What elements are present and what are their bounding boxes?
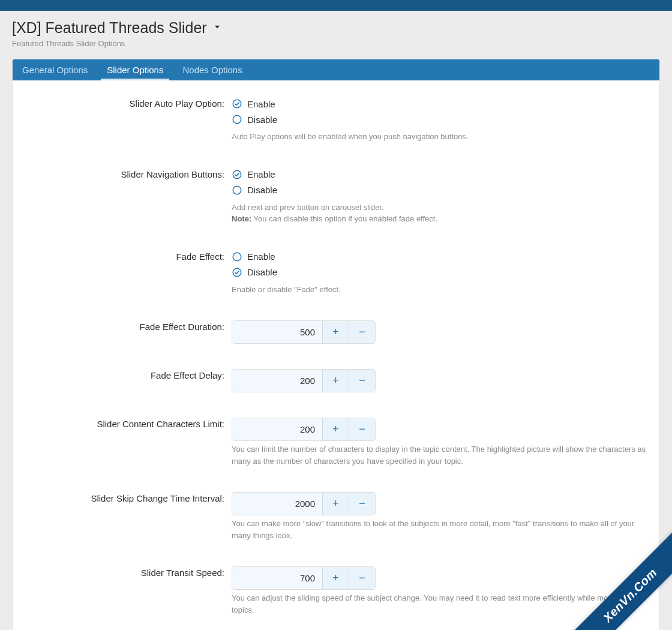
fade-duration-label: Fade Effect Duration: [13, 320, 232, 344]
tab-slider-options[interactable]: Slider Options [97, 59, 173, 80]
increment-button[interactable]: + [322, 321, 349, 343]
radio-unchecked-icon [232, 114, 242, 125]
radio-label: Disable [247, 115, 277, 125]
radio-label: Enable [247, 99, 275, 109]
chars-limit-input[interactable] [232, 418, 322, 440]
fade-duration-input[interactable] [232, 321, 322, 343]
fade-effect-label: Fade Effect: [13, 250, 232, 296]
change-interval-help: You can make more "slow" transitions to … [232, 518, 646, 541]
minus-icon: − [359, 497, 365, 510]
plus-icon: + [332, 326, 339, 338]
page-subtitle: Featured Threads Slider Options [12, 39, 660, 48]
radio-label: Disable [247, 267, 277, 277]
change-interval-input[interactable] [232, 493, 322, 515]
options-panel: Slider Auto Play Option: Enable Disable … [12, 80, 660, 630]
increment-button[interactable]: + [322, 493, 349, 515]
top-bar [0, 0, 672, 11]
radio-checked-icon [232, 98, 242, 109]
svg-point-4 [233, 253, 241, 261]
svg-point-1 [233, 115, 241, 124]
tab-nodes-options[interactable]: Nodes Options [173, 59, 251, 80]
nav-buttons-disable[interactable]: Disable [232, 184, 646, 199]
chars-limit-help: You can limit the number of characters t… [232, 443, 646, 467]
minus-icon: − [359, 374, 365, 387]
radio-label: Enable [247, 169, 275, 179]
fade-delay-input[interactable] [232, 370, 322, 392]
page-title: [XD] Featured Threads Slider [12, 19, 207, 37]
plus-icon: + [332, 423, 339, 436]
nav-buttons-help: Add next and prev button on carousel sli… [232, 202, 646, 225]
decrement-button[interactable]: − [349, 321, 375, 343]
radio-checked-icon [232, 169, 242, 180]
fade-effect-help: Enable or disable "Fade" effect. [232, 284, 646, 296]
decrement-button[interactable]: − [349, 567, 375, 589]
radio-unchecked-icon [232, 185, 242, 196]
auto-play-disable[interactable]: Disable [232, 113, 646, 128]
svg-point-3 [233, 186, 241, 194]
increment-button[interactable]: + [322, 567, 349, 589]
transit-speed-input[interactable] [232, 567, 322, 589]
decrement-button[interactable]: − [349, 418, 375, 440]
fade-effect-enable[interactable]: Enable [232, 250, 646, 266]
radio-label: Disable [247, 185, 277, 195]
tab-general-options[interactable]: General Options [13, 59, 97, 80]
auto-play-enable[interactable]: Enable [232, 97, 646, 113]
minus-icon: − [359, 326, 365, 338]
nav-buttons-label: Slider Navigation Buttons: [13, 168, 232, 225]
transit-speed-label: Slider Transit Speed: [13, 566, 232, 616]
auto-play-help: Auto Play options will be enabled when y… [232, 131, 646, 143]
radio-unchecked-icon [232, 251, 242, 262]
minus-icon: − [359, 572, 365, 584]
decrement-button[interactable]: − [349, 493, 375, 515]
decrement-button[interactable]: − [349, 370, 375, 392]
radio-checked-icon [232, 267, 242, 278]
plus-icon: + [332, 572, 339, 584]
fade-delay-label: Fade Effect Delay: [13, 369, 232, 392]
nav-buttons-enable[interactable]: Enable [232, 168, 646, 184]
increment-button[interactable]: + [322, 370, 349, 392]
fade-effect-disable[interactable]: Disable [232, 266, 646, 281]
increment-button[interactable]: + [322, 418, 349, 440]
transit-speed-help: You can adjust the sliding speed of the … [232, 592, 646, 616]
plus-icon: + [332, 497, 339, 510]
radio-label: Enable [247, 251, 275, 262]
caret-down-icon[interactable] [213, 23, 221, 33]
auto-play-label: Slider Auto Play Option: [13, 97, 232, 143]
chars-limit-label: Slider Content Characters Limit: [13, 418, 232, 467]
tabs-bar: General Options Slider Options Nodes Opt… [12, 59, 660, 80]
plus-icon: + [332, 374, 339, 387]
change-interval-label: Slider Skip Change Time Interval: [13, 492, 232, 541]
minus-icon: − [359, 423, 365, 436]
